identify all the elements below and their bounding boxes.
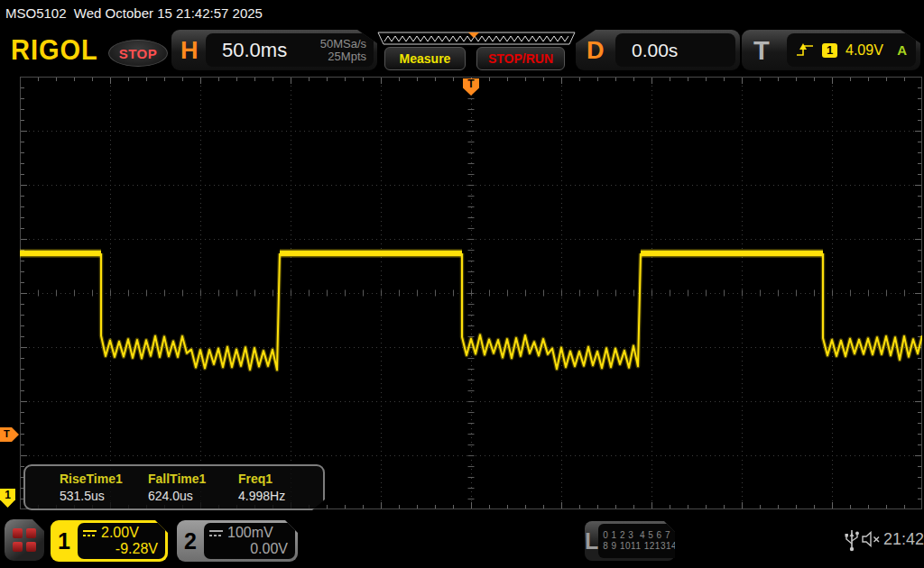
trigger-label: T — [753, 35, 770, 65]
channel2-offset: 0.00V — [209, 541, 288, 557]
trigger-sweep-mode: A — [897, 42, 907, 58]
channel2-number: 2 — [177, 520, 204, 562]
channel2-badge[interactable]: 2 100mV 0.00V — [177, 520, 298, 562]
timebase-value: 50.0ms — [222, 39, 287, 62]
measurement-label: Freq1 — [238, 472, 273, 486]
trigger-position-letter: T — [467, 78, 474, 96]
sample-rate: 50MSa/s — [320, 38, 366, 50]
dc-coupling-icon — [209, 529, 223, 537]
memory-depth: 25Mpts — [320, 50, 366, 63]
stop-run-button[interactable]: STOP/RUN — [476, 47, 565, 70]
measurement-value: 624.0us — [148, 489, 193, 503]
channel1-marker-label: 1 — [5, 489, 11, 508]
trigger-level-marker[interactable]: T — [0, 427, 19, 442]
clock: 21:42 — [883, 530, 924, 549]
logic-row2: 8 9 1011 12131415 — [603, 541, 688, 552]
logic-channels-badge[interactable]: L 0 1 2 3 4 5 6 7 8 9 1011 12131415 — [585, 521, 675, 561]
grid-icon-cells — [13, 528, 36, 552]
measure-button[interactable]: Measure — [384, 47, 466, 70]
delay-box[interactable]: D 0.00s — [576, 30, 740, 70]
delay-value: 0.00s — [632, 40, 678, 61]
logic-row1: 0 1 2 3 4 5 6 7 — [603, 530, 688, 541]
speaker-muted-icon — [862, 531, 881, 547]
measurement-label: RiseTime1 — [60, 472, 123, 486]
channel1-scale: 2.00V — [101, 525, 139, 541]
logic-label: L — [585, 521, 598, 561]
trigger-level-letter: T — [4, 428, 10, 439]
rigol-logo: RIGOL — [11, 35, 98, 67]
run-state-badge: STOP — [108, 40, 168, 67]
trigger-box[interactable]: T 1 4.09V A — [742, 30, 920, 70]
measurement-value: 531.5us — [60, 489, 105, 503]
channel1-offset: -9.28V — [83, 541, 158, 557]
channel1-offset-marker[interactable]: 1 — [0, 489, 15, 508]
channel1-badge[interactable]: 1 2.00V -9.28V — [51, 520, 168, 562]
horizontal-settings-box[interactable]: H 50.0ms 50MSa/s 25Mpts — [171, 30, 377, 70]
trigger-level-value: 4.09V — [845, 42, 883, 59]
rising-edge-icon — [796, 42, 814, 59]
trigger-source-badge: 1 — [822, 43, 837, 58]
channel2-scale: 100mV — [227, 525, 273, 541]
delay-label: D — [587, 36, 605, 64]
measurement-label: FallTime1 — [148, 472, 206, 486]
usb-icon — [845, 528, 859, 552]
waveform-display — [20, 77, 922, 509]
measurement-value: 4.998Hz — [238, 489, 285, 503]
windows-grid-icon[interactable] — [5, 519, 44, 561]
overview-trigger-marker — [468, 32, 479, 38]
dc-coupling-icon — [83, 529, 97, 537]
oscilloscope-screen: MSO5102 Wed October 15 21:42:57 2025 RIG… — [0, 0, 924, 568]
run-state-label: STOP — [119, 46, 158, 61]
waveform-overview-strip[interactable] — [377, 32, 576, 46]
measurements-panel[interactable]: RiseTime1 531.5us FallTime1 624.0us Freq… — [23, 464, 325, 510]
channel1-number: 1 — [51, 520, 78, 562]
horizontal-label: H — [180, 36, 199, 64]
system-title: MSO5102 Wed October 15 21:42:57 2025 — [5, 5, 263, 21]
